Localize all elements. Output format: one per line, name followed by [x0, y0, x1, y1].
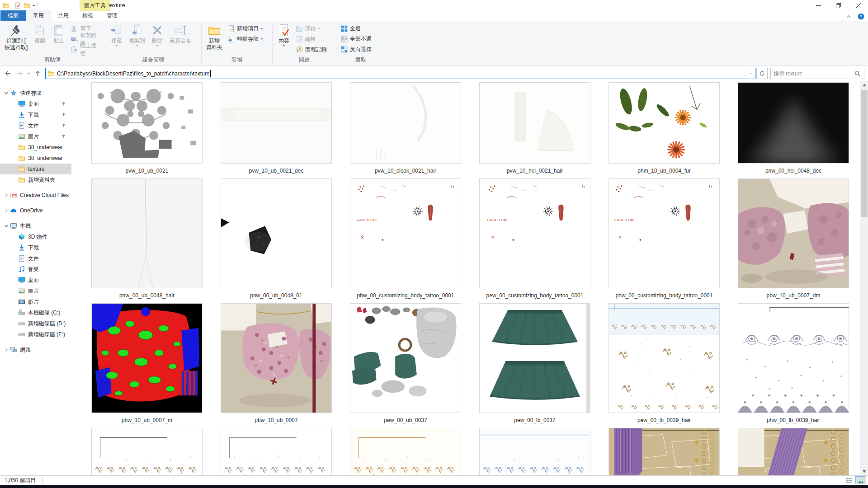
sidebar-item-本機[interactable]: 本機 [0, 221, 71, 231]
sidebar-item-桌面[interactable]: 桌面 [0, 275, 71, 286]
close-button[interactable] [848, 0, 868, 11]
up-button[interactable] [32, 68, 43, 80]
tab-home[interactable]: 常用 [26, 10, 51, 21]
file-item[interactable] [82, 428, 212, 475]
search-input[interactable] [771, 70, 854, 77]
file-pnw_00_hel_0048_dec[interactable]: pnw_00_hel_0048_dec [729, 82, 858, 175]
sidebar-item-本機磁碟-c-[interactable]: 本機磁碟 (C:) [0, 307, 71, 318]
sidebar-item-38-underwear[interactable]: 38_underwear [0, 153, 71, 164]
address-dropdown-chevron[interactable] [745, 68, 755, 79]
scroll-up-arrow[interactable] [860, 81, 868, 89]
back-button[interactable] [2, 68, 14, 80]
file-pew_00_ub_0037[interactable]: pew_00_ub_0037 [341, 303, 470, 424]
sidebar-item-網路[interactable]: 網路 [0, 344, 71, 355]
sidebar-item-桌面[interactable]: 桌面 [0, 99, 71, 109]
collapse-ribbon-icon[interactable] [845, 13, 852, 20]
file-pnw_00_ub_0048_01[interactable]: pnw_00_ub_0048_01 [212, 178, 341, 300]
rename-button[interactable]: 重新命名 [167, 23, 194, 45]
file-pvw_10_hel_0021_hair[interactable]: pvw_10_hel_0021_hair [470, 82, 599, 175]
sidebar-item-新增資料夾[interactable]: 新增資料夾 [0, 174, 71, 185]
paste-shortcut-button[interactable]: 貼上捷徑 [68, 44, 103, 55]
qat-folder-icon[interactable] [3, 2, 9, 9]
scroll-down-arrow[interactable] [860, 468, 868, 475]
sidebar-item-新增磁碟區-f-[interactable]: 新增磁碟區 (F:) [0, 329, 71, 340]
sidebar-item-文件[interactable]: 文件 [0, 253, 71, 264]
details-view-button[interactable] [844, 476, 854, 484]
open-button[interactable]: 開啟 [293, 23, 329, 34]
move-to-button[interactable]: 移至 [107, 23, 126, 49]
vertical-scrollbar[interactable] [860, 81, 868, 475]
select-none-button[interactable]: 全部不選 [338, 34, 374, 44]
address-path[interactable]: C:\Pearlabyss\BlackDesert\Paz\files_to_p… [57, 70, 210, 77]
expander-closed-icon[interactable] [4, 192, 9, 198]
sidebar-item-下載[interactable]: 下載 [0, 242, 71, 253]
new-folder-button[interactable]: 新增資料夾 [203, 23, 225, 52]
sidebar-item-新增磁碟區-d-[interactable]: 新增磁碟區 (D:) [0, 318, 71, 329]
sidebar-item-38-underwear[interactable]: 38_underwear [0, 142, 71, 153]
sidebar-item-影片[interactable]: 影片 [0, 296, 71, 307]
file-pbw_10_ub_0007_m[interactable]: pbw_10_ub_0007_m [82, 303, 212, 424]
history-button[interactable]: 歷程記錄 [293, 44, 329, 55]
file-pew_00_lb_0037[interactable]: pew_00_lb_0037 [470, 303, 599, 424]
file-phw_00_lb_0039_hair[interactable]: phw_00_lb_0039_hair [729, 303, 858, 424]
sidebar-item-creative-cloud-files[interactable]: Creative Cloud Files [0, 190, 71, 201]
expander-closed-icon[interactable] [4, 208, 9, 213]
help-icon[interactable]: ? [858, 13, 864, 20]
file-pvw_10_cloak_0021_hair[interactable]: pvw_10_cloak_0021_hair [341, 82, 470, 175]
sidebar-item-onedrive[interactable]: OneDrive [0, 205, 71, 216]
file-item[interactable] [599, 428, 729, 475]
sidebar-item-文件[interactable]: 文件 [0, 120, 71, 131]
sidebar-item-快速存取[interactable]: 快速存取 [0, 88, 71, 99]
recent-locations-chevron[interactable] [25, 68, 32, 80]
sidebar-item-3d-物件[interactable]: 3D 物件 [0, 231, 71, 242]
expander-open-icon[interactable] [4, 223, 9, 229]
new-item-button[interactable]: 新增項目 [225, 23, 265, 34]
expander-open-icon[interactable] [4, 90, 9, 96]
tab-file[interactable]: 檔案 [0, 10, 26, 21]
picture-tools-context-tab-header[interactable]: 圖片工具 [80, 0, 110, 11]
select-all-button[interactable]: 全選 [338, 23, 374, 34]
sidebar-item-下載[interactable]: 下載 [0, 109, 71, 120]
scrollbar-thumb[interactable] [861, 90, 868, 217]
file-pew_00_lb_0039_hair[interactable]: pew_00_lb_0039_hair [599, 303, 729, 424]
paste-button[interactable]: 貼上 [49, 23, 68, 45]
file-item[interactable] [212, 428, 341, 475]
file-item[interactable] [470, 428, 599, 475]
file-phw_00_customizing_body_tattoo_0001[interactable]: EASf RTItEphw_00_customizing_body_tattoo… [599, 178, 729, 300]
edit-button[interactable]: 編輯 [293, 34, 329, 44]
sidebar-item-音樂[interactable]: 音樂 [0, 264, 71, 275]
file-pbw_10_ub_0007_dm[interactable]: pbw_10_ub_0007_dm [729, 178, 858, 300]
file-phm_10_ub_0004_fur[interactable]: phm_10_ub_0004_fur [599, 82, 729, 175]
file-item[interactable] [341, 428, 470, 475]
easy-access-button[interactable]: 輕鬆存取 [225, 34, 265, 44]
qat-new-folder-icon[interactable] [24, 2, 30, 9]
pin-to-quick-access-button[interactable]: 釘選到 [快速存取] [2, 23, 30, 52]
tab-view[interactable]: 檢視 [75, 10, 100, 21]
file-pbw_10_ub_0007[interactable]: pbw_10_ub_0007 [212, 303, 341, 424]
refresh-button[interactable] [756, 68, 768, 79]
expander-closed-icon[interactable] [4, 347, 9, 352]
copy-button[interactable]: 複製 [30, 23, 49, 45]
file-pew_00_customizing_body_tattoo_0001[interactable]: EASf RTItEpew_00_customizing_body_tattoo… [470, 178, 599, 300]
copy-to-button[interactable]: 複製到 [126, 23, 148, 49]
tab-manage[interactable]: 管理 [100, 10, 124, 21]
file-pbw_00_customizing_body_tattoo_0001[interactable]: EASf RTItEpbw_00_customizing_body_tattoo… [341, 178, 470, 300]
qat-customize-chevron-icon[interactable] [33, 5, 35, 8]
search-box[interactable] [770, 68, 864, 79]
restore-button[interactable] [828, 0, 848, 11]
sidebar-item-圖片[interactable]: 圖片 [0, 286, 71, 296]
forward-button[interactable] [14, 68, 25, 80]
delete-button[interactable]: 刪除 [148, 23, 167, 49]
qat-properties-icon[interactable] [14, 2, 21, 9]
sidebar-item-texture[interactable]: texture [0, 164, 71, 174]
tab-share[interactable]: 共用 [51, 10, 75, 21]
file-pvw_10_ub_0021[interactable]: pvw_10_ub_0021 [82, 82, 212, 175]
properties-button[interactable]: 內容 [274, 23, 293, 49]
sidebar-item-圖片[interactable]: 圖片 [0, 131, 71, 142]
file-pnw_00_ub_0048_hair[interactable]: pnw_00_ub_0048_hair [82, 178, 212, 300]
minimize-button[interactable] [808, 0, 828, 11]
invert-selection-button[interactable]: 反向選擇 [338, 44, 374, 55]
file-item[interactable] [729, 428, 858, 475]
file-pvw_10_ub_0021_dec[interactable]: pvw_10_ub_0021_dec [212, 82, 341, 175]
address-bar[interactable]: C:\Pearlabyss\BlackDesert\Paz\files_to_p… [45, 68, 755, 79]
